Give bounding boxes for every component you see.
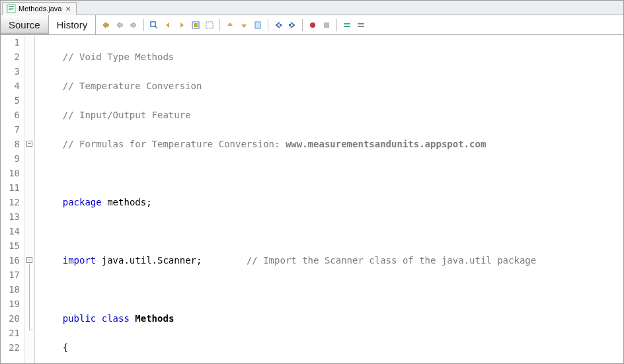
line-number: 6 bbox=[1, 108, 20, 122]
line-number: 22 bbox=[1, 340, 20, 355]
back-icon[interactable] bbox=[114, 19, 126, 31]
line-number: 14 bbox=[1, 224, 20, 238]
line-number: 19 bbox=[1, 297, 20, 311]
fold-end-marker bbox=[29, 330, 33, 330]
line-number-gutter: 12345678910111213141516171819202122 bbox=[1, 35, 24, 363]
file-tab-label: Methods.java bbox=[19, 5, 61, 13]
file-tab-methods[interactable]: Methods.java ✕ bbox=[2, 2, 77, 15]
fold-guide-line bbox=[29, 264, 30, 330]
close-tab-icon[interactable]: ✕ bbox=[64, 5, 72, 13]
line-number: 15 bbox=[1, 238, 20, 253]
svg-rect-4 bbox=[151, 22, 155, 26]
editor-toolbar bbox=[96, 15, 367, 34]
svg-rect-3 bbox=[9, 9, 13, 10]
svg-rect-10 bbox=[289, 24, 291, 26]
find-next-icon[interactable] bbox=[176, 19, 188, 31]
line-number: 13 bbox=[1, 209, 20, 224]
svg-rect-15 bbox=[358, 23, 364, 24]
svg-rect-9 bbox=[280, 24, 282, 26]
toolbar-separator bbox=[143, 19, 144, 31]
line-number: 12 bbox=[1, 195, 20, 209]
macro-record-icon[interactable] bbox=[307, 19, 319, 31]
line-number: 18 bbox=[1, 282, 20, 297]
toolbar-separator bbox=[268, 19, 268, 31]
svg-rect-2 bbox=[9, 8, 14, 9]
tab-source[interactable]: Source bbox=[1, 15, 49, 34]
svg-point-11 bbox=[310, 22, 315, 28]
svg-rect-14 bbox=[344, 26, 350, 27]
line-number: 16 bbox=[1, 253, 20, 268]
toolbar-separator bbox=[336, 19, 337, 31]
line-number: 7 bbox=[1, 122, 20, 137]
code-editor[interactable]: 12345678910111213141516171819202122 − − … bbox=[1, 35, 623, 363]
shift-left-icon[interactable] bbox=[272, 19, 284, 31]
uncomment-icon[interactable] bbox=[355, 19, 367, 31]
fold-toggle-icon[interactable]: − bbox=[26, 257, 32, 263]
forward-icon[interactable] bbox=[128, 19, 139, 31]
line-number: 21 bbox=[1, 326, 20, 340]
svg-rect-12 bbox=[324, 22, 329, 28]
line-number: 11 bbox=[1, 180, 20, 195]
java-file-icon bbox=[7, 4, 16, 13]
file-tab-strip: Methods.java ✕ bbox=[1, 1, 623, 15]
toggle-bookmark-icon[interactable] bbox=[252, 19, 264, 31]
editor-subtab-row: Source History bbox=[1, 15, 623, 35]
next-bookmark-icon[interactable] bbox=[238, 19, 250, 31]
line-number: 1 bbox=[1, 35, 20, 50]
shift-right-icon[interactable] bbox=[286, 19, 298, 31]
line-number: 17 bbox=[1, 268, 20, 282]
tab-history[interactable]: History bbox=[49, 15, 97, 34]
svg-rect-7 bbox=[206, 22, 213, 28]
svg-rect-8 bbox=[255, 22, 260, 28]
line-number: 9 bbox=[1, 151, 20, 166]
fold-toggle-icon[interactable]: − bbox=[26, 141, 32, 147]
prev-bookmark-icon[interactable] bbox=[224, 19, 236, 31]
line-number: 20 bbox=[1, 311, 20, 326]
code-content[interactable]: // Void Type Methods // Temperature Conv… bbox=[35, 35, 623, 363]
toggle-highlight-icon[interactable] bbox=[190, 19, 202, 31]
line-number: 4 bbox=[1, 79, 20, 93]
macro-stop-icon[interactable] bbox=[321, 19, 332, 31]
fold-gutter: − − bbox=[24, 35, 35, 363]
line-number: 2 bbox=[1, 50, 20, 64]
svg-rect-16 bbox=[358, 26, 364, 27]
svg-rect-1 bbox=[9, 6, 14, 7]
line-number: 3 bbox=[1, 64, 20, 79]
find-selection-icon[interactable] bbox=[148, 19, 160, 31]
svg-rect-6 bbox=[194, 23, 198, 27]
comment-icon[interactable] bbox=[341, 19, 353, 31]
find-prev-icon[interactable] bbox=[162, 19, 174, 31]
line-number: 5 bbox=[1, 93, 20, 108]
last-edit-icon[interactable] bbox=[100, 19, 112, 31]
toggle-rect-select-icon[interactable] bbox=[204, 19, 215, 31]
svg-rect-13 bbox=[344, 23, 350, 24]
line-number: 8 bbox=[1, 137, 20, 151]
line-number: 10 bbox=[1, 166, 20, 180]
toolbar-separator bbox=[302, 19, 303, 31]
toolbar-separator bbox=[219, 19, 220, 31]
